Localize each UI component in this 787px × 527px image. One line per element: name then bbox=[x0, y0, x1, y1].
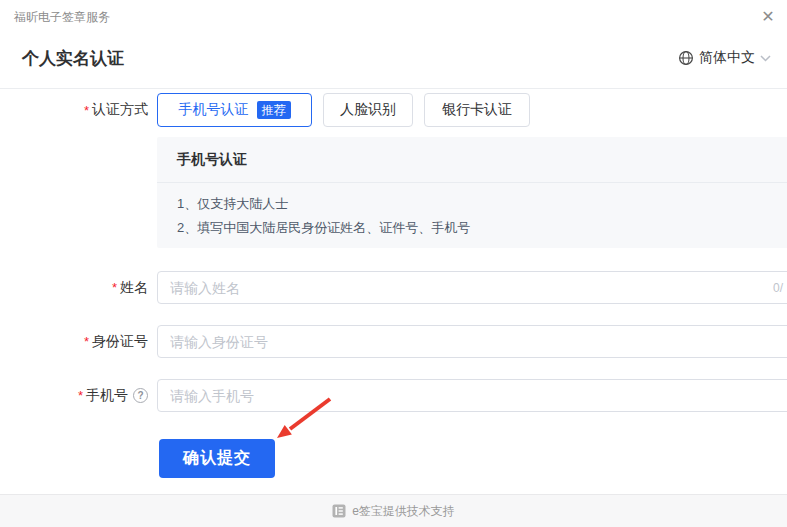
esign-logo-icon bbox=[332, 504, 346, 518]
auth-method-label: * 认证方式 bbox=[0, 101, 148, 119]
id-field-row: * 身份证号 bbox=[0, 325, 787, 358]
footer: e签宝提供技术支持 bbox=[0, 494, 787, 527]
phone-label-text: 手机号 bbox=[86, 387, 128, 405]
window-brand: 福昕电子签章服务 bbox=[14, 9, 110, 26]
required-asterisk: * bbox=[84, 103, 89, 118]
real-name-auth-dialog: 福昕电子签章服务 ✕ 个人实名认证 简体中文 * 认证方式 手机号认证 推荐 人… bbox=[0, 0, 787, 527]
auth-method-row: * 认证方式 手机号认证 推荐 人脸识别 银行卡认证 bbox=[0, 93, 530, 127]
id-input-wrap bbox=[157, 325, 787, 358]
id-label-text: 身份证号 bbox=[92, 333, 148, 351]
auth-info-box: 手机号认证 1、仅支持大陆人士 2、填写中国大陆居民身份证姓名、证件号、手机号 bbox=[157, 137, 787, 248]
page-title: 个人实名认证 bbox=[22, 47, 124, 70]
name-field-label: * 姓名 bbox=[0, 279, 148, 297]
name-input[interactable] bbox=[157, 271, 787, 304]
phone-input-wrap bbox=[157, 379, 787, 412]
auth-method-tabs: 手机号认证 推荐 人脸识别 银行卡认证 bbox=[157, 93, 530, 127]
required-asterisk: * bbox=[112, 280, 117, 295]
phone-field-row: * 手机号 ? bbox=[0, 379, 787, 412]
language-label: 简体中文 bbox=[699, 49, 755, 67]
submit-button[interactable]: 确认提交 bbox=[159, 439, 275, 478]
info-item-1: 1、仅支持大陆人士 bbox=[177, 192, 782, 216]
char-counter: 0/ bbox=[773, 281, 783, 295]
footer-text: e签宝提供技术支持 bbox=[352, 503, 455, 520]
recommended-badge: 推荐 bbox=[257, 101, 291, 119]
info-box-title: 手机号认证 bbox=[157, 137, 787, 183]
auth-method-label-text: 认证方式 bbox=[92, 101, 148, 119]
globe-icon bbox=[678, 50, 694, 66]
name-label-text: 姓名 bbox=[120, 279, 148, 297]
help-icon[interactable]: ? bbox=[133, 388, 148, 403]
tab-bank-card-auth[interactable]: 银行卡认证 bbox=[424, 93, 530, 127]
tab-face-recognition[interactable]: 人脸识别 bbox=[323, 93, 413, 127]
language-selector[interactable]: 简体中文 bbox=[678, 49, 771, 67]
chevron-down-icon bbox=[760, 55, 771, 62]
phone-input[interactable] bbox=[157, 379, 787, 412]
name-input-wrap: 0/ bbox=[157, 271, 787, 304]
header-divider bbox=[0, 88, 787, 89]
required-asterisk: * bbox=[78, 388, 83, 403]
tab-face-recognition-label: 人脸识别 bbox=[340, 101, 396, 119]
close-icon: ✕ bbox=[761, 9, 774, 25]
tab-phone-auth-label: 手机号认证 bbox=[179, 101, 249, 119]
phone-field-label: * 手机号 ? bbox=[0, 387, 148, 405]
tab-phone-auth[interactable]: 手机号认证 推荐 bbox=[157, 93, 312, 127]
id-number-input[interactable] bbox=[157, 325, 787, 358]
name-field-row: * 姓名 0/ bbox=[0, 271, 787, 304]
close-button[interactable]: ✕ bbox=[757, 6, 779, 28]
info-item-2: 2、填写中国大陆居民身份证姓名、证件号、手机号 bbox=[177, 216, 782, 240]
tab-bank-card-auth-label: 银行卡认证 bbox=[442, 101, 512, 119]
required-asterisk: * bbox=[84, 334, 89, 349]
id-field-label: * 身份证号 bbox=[0, 333, 148, 351]
info-box-list: 1、仅支持大陆人士 2、填写中国大陆居民身份证姓名、证件号、手机号 bbox=[157, 183, 787, 249]
